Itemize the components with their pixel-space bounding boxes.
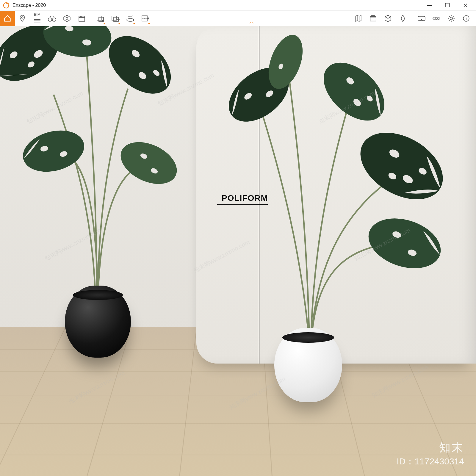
svg-rect-9 [97,16,102,20]
exe-icon: EXE [141,15,149,22]
vr-icon [417,15,426,22]
svg-rect-8 [79,17,85,21]
svg-text:EXE: EXE [142,17,147,20]
svg-text:360°: 360° [128,15,133,18]
toolbar: BIM 360° EXE ︿ [0,11,476,26]
binoculars-icon [48,15,57,22]
help-button[interactable] [459,11,474,26]
map-icon [354,15,362,22]
toolbar-separator [412,13,412,24]
walk-mode-button[interactable] [395,11,410,26]
bim-manage-button[interactable]: BIM [30,11,45,26]
watermark-logo: 知末 [439,440,464,455]
batch-render-icon [96,15,105,22]
vr-headset-button[interactable] [414,11,429,26]
home-icon [4,15,11,22]
binoculars-button[interactable] [45,11,60,26]
toolbar-separator [91,13,91,24]
asset-library-icon [369,15,377,22]
app-logo-icon [3,2,10,9]
dropdown-caret-icon [148,23,150,24]
cube-view-button[interactable] [381,11,395,26]
bim-label: BIM [34,12,40,17]
dropdown-caret-icon [103,23,106,24]
batch-export-icon [111,15,120,22]
minimize-button[interactable]: — [425,1,434,10]
svg-point-11 [102,20,104,22]
toolbar-spacer: ︿ [153,11,351,26]
map-button[interactable] [351,11,366,26]
perspective-icon [63,15,71,22]
toolbar-right-group [351,11,476,26]
maximize-button[interactable]: ❐ [443,1,452,10]
home-button[interactable] [0,11,15,26]
scene-brand-text: POLIFORM [222,193,268,203]
svg-point-20 [435,17,438,20]
svg-point-1 [21,17,23,18]
export-exe-button[interactable]: EXE [138,11,153,26]
clapperboard-icon [78,15,86,22]
batch-render-button[interactable] [93,11,108,26]
render-viewport[interactable]: POLIFORM 知末网www.znzmo.com 知末网www.znzmo.c… [0,26,476,476]
dropdown-caret-icon [133,23,135,24]
app-title: Enscape - 2020 [12,3,46,8]
panorama-icon: 360° [126,14,135,23]
dropdown-caret-icon [118,23,120,24]
scene-pot-white [274,328,342,402]
svg-rect-18 [370,16,376,21]
visibility-button[interactable] [429,11,444,26]
eye-icon [432,15,441,22]
asset-library-button[interactable] [366,11,381,26]
scene-brand-underline [217,204,268,205]
svg-point-5 [48,18,52,21]
svg-point-6 [52,18,56,21]
perspective-button[interactable] [60,11,74,26]
location-pin-button[interactable] [15,11,30,26]
titlebar: Enscape - 2020 — ❐ ✕ [0,0,476,11]
watermark-id: ID：1172430314 [397,455,464,468]
pin-icon [18,15,26,22]
gear-icon [447,15,455,22]
svg-point-7 [66,17,68,19]
settings-button[interactable] [444,11,459,26]
clapperboard-button[interactable] [74,11,89,26]
cube-icon [384,15,392,22]
toolbar-left-group: BIM 360° EXE [0,11,153,26]
collapse-chevron-icon[interactable]: ︿ [249,18,254,25]
panorama-360-button[interactable]: 360° [123,11,138,26]
window-controls: — ❐ ✕ [425,1,476,10]
svg-rect-13 [114,17,118,21]
bim-lines-icon [33,19,41,23]
scene-pot-black [65,286,131,358]
close-button[interactable]: ✕ [461,1,469,10]
svg-rect-12 [112,16,117,20]
svg-point-21 [450,17,453,20]
svg-rect-19 [418,16,425,21]
walk-icon [399,15,407,22]
batch-export-button[interactable] [108,11,123,26]
info-icon [462,15,470,22]
svg-point-15 [127,18,134,21]
